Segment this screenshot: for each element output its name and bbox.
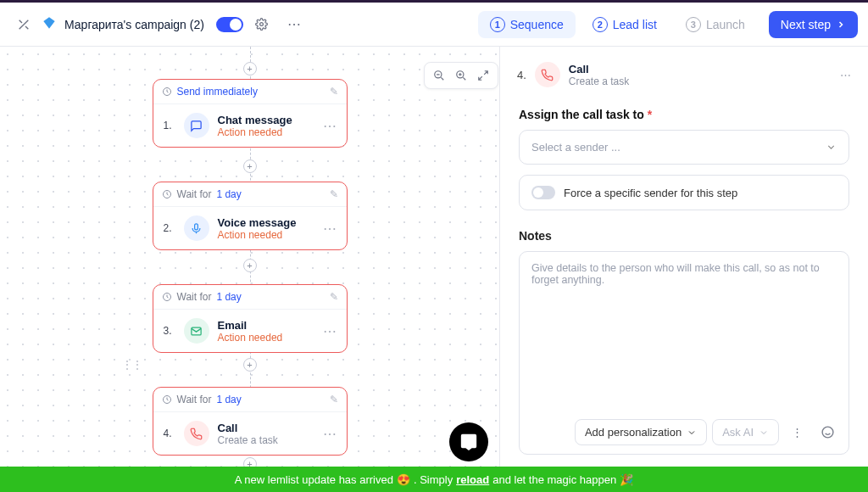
side-step-num: 4. [517,69,526,81]
update-banner: A new lemlist update has arrived 😍 . Sim… [0,467,868,492]
step-2-menu[interactable]: ⋯ [323,221,337,237]
step-1-number: 1. [164,120,175,131]
phone-icon [184,421,209,446]
email-icon [184,318,209,344]
intercom-launcher[interactable] [449,422,488,461]
step-3-badge: 3 [686,17,701,32]
step-3-number: 3. [164,325,175,337]
step-card-1[interactable]: Send immediately ✎ 1. Chat messageAction… [153,79,348,148]
step-4-wait: 1 day [216,394,241,405]
step-2-number: 2. [164,222,175,234]
side-more-icon[interactable]: ⋯ [840,69,851,81]
notes-label: Notes [519,229,849,243]
tab-sequence[interactable]: 1 Sequence [478,11,576,38]
step-3-menu[interactable]: ⋯ [323,323,337,339]
side-subtitle: Create a task [569,75,629,87]
sequence-canvas[interactable]: ⋮⋮ + Send immediately ✎ 1. Chat messageA… [0,47,499,467]
clock-icon [162,87,172,97]
pencil-icon[interactable]: ✎ [330,86,338,98]
chevron-down-icon [687,428,697,438]
pencil-icon[interactable]: ✎ [330,291,338,303]
tab-launch[interactable]: 3 Launch [674,11,757,38]
main-area: ⋮⋮ + Send immediately ✎ 1. Chat messageA… [0,47,868,467]
side-panel: 4. Call Create a task ⋯ Assign the call … [499,47,868,467]
design-icon[interactable] [10,11,37,38]
clock-icon [162,189,172,199]
svg-rect-5 [195,223,198,229]
banner-pre: A new lemlist update has arrived [235,473,393,486]
pencil-icon[interactable]: ✎ [330,394,338,405]
step-1-title: Chat message [218,114,292,126]
emoji-icon[interactable] [815,420,840,445]
notes-textarea[interactable]: Give details to the person who will make… [519,251,849,455]
chevron-down-icon [759,428,769,438]
step-3-wait: 1 day [216,291,241,303]
banner-emoji: 😍 [397,473,410,486]
side-title: Call [569,63,629,75]
notes-placeholder: Give details to the person who will make… [531,262,837,286]
diamond-icon [42,16,56,32]
step-card-2[interactable]: Wait for 1 day ✎ 2. Voice messageAction … [153,182,348,250]
step-4-sub: Create a task [218,434,278,446]
banner-emoji2: 🎉 [620,473,633,486]
banner-mid: . Simply [414,473,453,486]
top-bar: Маргарита's campaign (2) ⋯ 1 Sequence 2 … [0,0,868,47]
add-step-node[interactable]: + [243,159,257,173]
more-icon[interactable]: ⋯ [281,11,308,38]
banner-post: and let the magic happen [492,473,616,486]
zoom-in-icon[interactable] [452,66,470,85]
add-step-node[interactable]: + [243,457,257,467]
step-2-wait-prefix: Wait for [177,188,212,200]
chat-icon [184,113,209,138]
step-1-sub: Action needed [218,126,292,138]
mic-icon [184,215,209,241]
expand-icon[interactable] [474,66,492,85]
tab-lead-list[interactable]: 2 Lead list [581,11,669,38]
step-3-title: Email [218,319,283,332]
banner-reload-link[interactable]: reload [456,473,489,486]
step-2-sub: Action needed [218,229,297,241]
next-step-label: Next step [781,18,831,31]
sequence-column: + Send immediately ✎ 1. Chat messageActi… [153,47,348,467]
sender-placeholder: Select a sender ... [531,141,620,154]
drag-handle-icon[interactable]: ⋮⋮ [122,359,142,371]
tab-sequence-label: Sequence [510,18,564,31]
step-2-wait: 1 day [216,188,241,200]
step-3-wait-prefix: Wait for [177,291,212,303]
step-2-title: Voice message [218,216,297,229]
add-step-node[interactable]: + [243,62,257,75]
zoom-controls [424,62,498,89]
clock-icon [162,292,172,302]
more-vert-icon[interactable]: ⋮ [784,420,810,445]
ask-ai-button[interactable]: Ask AI [712,419,779,445]
step-2-badge: 2 [593,17,608,32]
step-3-sub: Action needed [218,332,283,344]
tab-launch-label: Launch [706,18,745,31]
campaign-toggle[interactable] [216,17,243,32]
zoom-out-icon[interactable] [430,66,448,85]
step-1-badge: 1 [490,17,505,32]
tab-lead-list-label: Lead list [613,18,657,31]
step-4-menu[interactable]: ⋯ [323,426,337,442]
force-sender-label: Force a specific sender for this step [564,187,737,199]
clock-icon [162,394,172,405]
add-step-node[interactable]: + [243,358,257,372]
phone-icon [535,62,560,87]
step-4-title: Call [218,422,278,434]
force-sender-toggle[interactable] [531,186,555,199]
force-sender-box: Force a specific sender for this step [519,175,849,210]
assign-label: Assign the call task to * [519,108,849,121]
step-card-3[interactable]: Wait for 1 day ✎ 3. EmailAction needed ⋯ [153,284,348,353]
sender-select[interactable]: Select a sender ... [519,130,849,165]
step-card-4[interactable]: Wait for 1 day ✎ 4. CallCreate a task ⋯ [153,387,348,456]
chevron-down-icon [826,142,837,153]
add-step-node[interactable]: + [243,259,257,272]
campaign-title[interactable]: Маргарита's campaign (2) [64,18,204,31]
step-1-menu[interactable]: ⋯ [323,118,337,134]
pencil-icon[interactable]: ✎ [330,188,338,200]
add-personalization-button[interactable]: Add personalization [575,419,707,445]
step-4-wait-prefix: Wait for [177,394,212,405]
gear-icon[interactable] [248,11,275,38]
next-step-button[interactable]: Next step [769,11,858,38]
step-1-wait: Send immediately [177,86,258,98]
